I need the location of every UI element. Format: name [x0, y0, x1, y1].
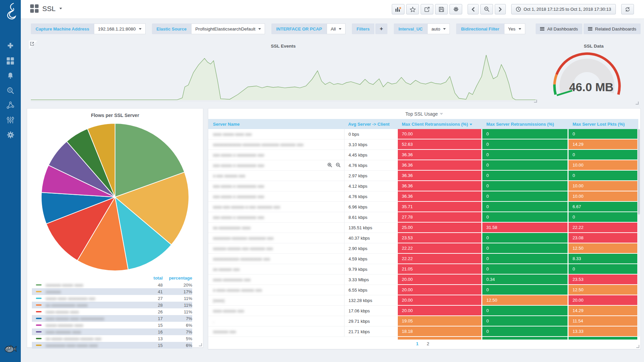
cell-metric-3: 14.29 — [569, 306, 638, 316]
cell-metric-1: 22.22 — [398, 243, 482, 254]
col-header-max-client-retransmissions[interactable]: Max Client Retransmissions (%) — [398, 122, 482, 127]
cell-server-name[interactable]: xxxxxx-xxxxxx-xxx xxxxxxx xxx — [208, 243, 344, 254]
flows-pie-chart — [41, 123, 190, 272]
panel-resize-handle[interactable] — [636, 102, 639, 105]
cell-server-name[interactable]: xxxxxxxxxxxxx-xxxxxxxx-xxxxxxxx xxxxxxx … — [208, 139, 344, 150]
legend-item[interactable]: xxxxx-xxxx xxxxxxxxx xxx2711% — [32, 295, 192, 302]
cell-server-name[interactable]: . — [208, 316, 344, 326]
interval-uc-dropdown[interactable]: auto — [427, 23, 450, 34]
legend-item[interactable]: xx-xxxxx-xxxxxxx-xxxxxx xxx135% — [32, 335, 192, 342]
add-visualization-icon — [395, 7, 401, 12]
sidebar-topology-button[interactable] — [0, 99, 21, 112]
legend-swatch — [36, 345, 42, 346]
sidebar-alerts-button[interactable] — [0, 69, 21, 82]
page-button-1[interactable]: 1 — [414, 341, 420, 346]
col-header-avg-server-client[interactable]: Avg Server -> Client — [344, 122, 398, 127]
app-logo-icon[interactable] — [2, 2, 18, 19]
cell-server-name[interactable]: xx-xxxxxx xxx — [208, 264, 344, 275]
sidebar-settings-sliders-button[interactable] — [0, 113, 21, 127]
sidebar-dashboards-button[interactable] — [0, 54, 21, 68]
cell-server-name[interactable]: xxx-xxxxx-x xxxxxxxxx xxx — [208, 160, 344, 171]
cell-server-name[interactable]: xxxx-xxxxxxxxx xxx — [208, 275, 344, 285]
favorite-button[interactable] — [406, 4, 419, 14]
chevron-right-icon — [499, 7, 502, 12]
cell-metric-1: 20.00 — [398, 295, 482, 306]
legend-item[interactable]: xx-xxxxxxxxxxx xxxxx2811% — [32, 302, 192, 308]
add-filter-button[interactable]: + — [375, 23, 387, 34]
save-button[interactable] — [435, 4, 448, 14]
legend-item[interactable]: xxxx-xxxxxx-xxxx xxxxxxxxxxx177% — [32, 315, 192, 322]
cell-server-name[interactable]: xx-xxxxxxxxxx xxxx — [208, 223, 344, 233]
time-step-back-button[interactable] — [468, 4, 479, 14]
legend-swatch — [36, 331, 42, 333]
all-dashboards-button[interactable]: All Dashboards — [536, 23, 582, 34]
cell-server-name[interactable]: xxx-xxxxx-x xxxxxxxxx xxx — [208, 181, 344, 191]
time-range-button[interactable]: Oct 1, 2018 17:12:25 to Oct 1, 2018 17:3… — [511, 4, 616, 14]
time-zoom-out-button[interactable] — [480, 4, 493, 14]
legend-item[interactable]: xxxxxxx-xxxxx xxxx4820% — [32, 282, 192, 288]
col-header-max-server-retransmissions[interactable]: Max Server Retransmissions (%) — [482, 122, 569, 127]
legend-item[interactable]: xxxxxxxxx-xxxx-xxxxx xxxx156% — [32, 342, 192, 349]
share-button[interactable] — [421, 4, 433, 14]
cell-server-name[interactable]: (xxxx) — [208, 295, 344, 306]
col-header-max-server-lost-pkts[interactable]: Max Server Lost Pkts (%) — [569, 122, 638, 127]
fish-mascot-icon[interactable] — [4, 344, 17, 354]
settings-button[interactable] — [449, 4, 462, 14]
cell-server-name[interactable]: xxxx-xxx-xxxxxx-x-xxx xxxxxxx xxx — [208, 202, 344, 212]
panel-dropdown-caret-icon[interactable] — [440, 113, 443, 115]
legend-percentage: 11% — [163, 303, 192, 308]
legend-swatch — [36, 304, 42, 306]
panel-resize-handle[interactable] — [199, 343, 202, 346]
ssl-events-area-chart[interactable] — [31, 50, 536, 101]
cell-server-name[interactable]: x-xxx xxxxxx xxx — [208, 171, 344, 181]
legend-total-header: total — [139, 276, 163, 282]
ssl-events-panel: SSL Events — [31, 41, 536, 102]
cell-server-name[interactable]: xxxxxxx xxx — [208, 326, 344, 337]
zoom-out-icon[interactable] — [336, 163, 341, 168]
add-visualization-button[interactable] — [392, 4, 405, 14]
cell-server-name[interactable]: xxxx-xxxxxx xxx — [208, 306, 344, 316]
dashboard-title-group[interactable]: SSL — [30, 4, 62, 13]
interface-or-pcap-dropdown[interactable]: All — [327, 23, 345, 34]
cell-metric-3: 0 — [569, 171, 638, 181]
cell-server-name[interactable]: x-xxxx-xxxxxx xxxxxx xxx — [208, 285, 344, 295]
table-row: x-xxxx-xxxxxx xxxxxx xxx6.55 kbps20.0001… — [208, 285, 638, 295]
legend-item[interactable]: xxxxx-xxxxxxx xxxx156% — [32, 322, 192, 328]
table-scrollbar[interactable] — [638, 129, 640, 337]
capture-machine-address-dropdown[interactable]: 192.168.1.21:8080 — [94, 23, 146, 34]
elastic-source-dropdown[interactable]: ProfisightElasticsearchDefault — [191, 23, 265, 34]
related-dashboards-button[interactable]: Related Dashboards — [584, 23, 641, 34]
svg-text:010: 010 — [8, 90, 11, 92]
legend-item[interactable]: xxxx-xxxxxx xxxx2611% — [32, 308, 192, 315]
panel-title: SSL Data — [547, 44, 641, 49]
sidebar-gear-button[interactable] — [0, 128, 21, 141]
panel-resize-handle[interactable] — [636, 345, 639, 348]
cell-server-name[interactable]: xxxxxxxx-xxxxxxx xxxxxxxx xxx — [208, 233, 344, 243]
legend-label-masked: xxxx-xxxxxxx xxxx — [46, 329, 81, 335]
zoom-in-icon[interactable] — [327, 163, 332, 168]
cell-server-name[interactable]: xxx-xxxxx-x xxxxxxxxx xxx — [208, 212, 344, 223]
table-row: xxxxxxxx-xxxxxxx xxxxxxxx xxx40.37 kbps2… — [208, 233, 638, 243]
cell-server-name[interactable]: xxxx xxxxx-xxxx xxx — [208, 129, 344, 139]
legend-item[interactable]: xxxxxxx4117% — [32, 288, 192, 295]
cell-server-name[interactable]: xxx-xxxxx-x xxxxxxxxx xxx — [208, 150, 344, 160]
panel-resize-handle[interactable] — [534, 100, 537, 103]
col-header-server-name[interactable]: Server Name — [208, 122, 344, 127]
chevron-down-icon — [258, 28, 261, 30]
page-button-2[interactable]: 2 — [425, 341, 431, 346]
scrollbar-thumb[interactable] — [638, 129, 640, 215]
table-pagination: 1 2 — [208, 340, 640, 349]
time-step-forward-button[interactable] — [495, 4, 506, 14]
sidebar-add-button[interactable] — [0, 39, 21, 52]
title-dropdown-caret-icon[interactable] — [59, 8, 62, 9]
legend-item[interactable]: xxxx-xxxxxxx xxxx167% — [32, 328, 192, 335]
legend-label-masked: xxxxx-xxxx xxxxxxxxx xxx — [46, 296, 95, 301]
cell-metric-2: 0 — [482, 129, 569, 139]
cell-server-name[interactable]: xxx-xxxxx-x xxxxxxxxx xxx — [208, 191, 344, 202]
table-row: xxxxxxxxxxxxx-xxxxxxxx-xxxxxxxx xxxxxxx … — [208, 139, 638, 150]
cell-server-name[interactable]: xxxxxxxxxxxx xxxxxxxxxx xxx — [208, 254, 344, 264]
refresh-button[interactable] — [621, 4, 634, 14]
bidirectional-filter-dropdown[interactable]: Yes — [504, 23, 525, 34]
legend-total: 16 — [139, 329, 163, 335]
sidebar-packet-search-button[interactable]: 101 010 — [0, 84, 21, 97]
